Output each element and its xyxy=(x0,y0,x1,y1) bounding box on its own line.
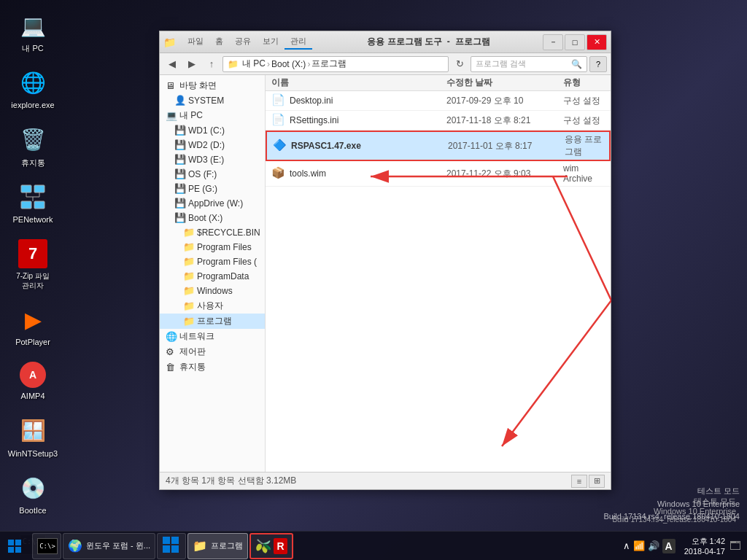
sidebar-item-users[interactable]: 📁 사용자 xyxy=(160,298,265,314)
tray-icon-ime[interactable]: A xyxy=(662,539,676,553)
file-item-rsettings[interactable]: 📄 RSettings.ini 2017-11-18 오후 8:21 구성 설정 xyxy=(266,111,611,131)
sidebar-label-mypc: 내 PC xyxy=(179,109,203,122)
file-type-rsettings: 구성 설정 xyxy=(563,114,605,127)
file-item-desktop-ini[interactable]: 📄 Desktop.ini 2017-09-29 오후 10 구성 설정 xyxy=(266,91,611,111)
forward-button[interactable]: ▶ xyxy=(183,55,201,73)
desktop-icon-potplayer[interactable]: ▶ PotPlayer xyxy=(4,301,62,351)
sidebar-item-wd3[interactable]: 💾 WD3 (E:) xyxy=(160,152,265,167)
ribbon-tab-file[interactable]: 파일 xyxy=(182,34,209,50)
taskbar-rspasc[interactable]: 🫒 R xyxy=(249,533,293,559)
maximize-button[interactable]: □ xyxy=(565,34,585,50)
taskbar-cmd[interactable]: C:\> xyxy=(32,533,61,559)
sidebar-label-appdrive: AppDrive (W:) xyxy=(188,198,243,209)
ribbon-tab-home[interactable]: 홈 xyxy=(209,34,229,50)
desktop-icon-aimp[interactable]: A AIMP4 xyxy=(4,358,62,405)
mypc-tree-icon: 💻 xyxy=(166,110,177,122)
recycle-tree-icon: 📁 xyxy=(183,227,195,238)
sidebar-item-boot[interactable]: 💾 Boot (X:) xyxy=(160,211,265,225)
svg-rect-15 xyxy=(8,547,14,553)
sidebar-item-wd2[interactable]: 💾 WD2 (D:) xyxy=(160,138,265,152)
search-box[interactable]: 프로그램 검색 🔍 xyxy=(471,56,587,72)
minimize-button[interactable]: － xyxy=(543,34,563,50)
wd3-icon: 💾 xyxy=(174,154,186,166)
taskbar-program[interactable]: 📁 프로그램 xyxy=(187,533,248,559)
help-button[interactable]: ? xyxy=(589,56,607,72)
col-date[interactable]: 수정한 날짜 xyxy=(446,77,563,89)
os-icon: 💾 xyxy=(174,168,186,180)
potplayer-icon: ▶ xyxy=(18,305,47,334)
file-item-rspasc[interactable]: 🔷 RSPASC1.47.exe 2017-11-01 오후 8:17 응용 프… xyxy=(266,131,611,161)
clock-area[interactable]: 오후 1:42 2018-04-17 xyxy=(684,536,725,556)
penetwork-label: PENetwork xyxy=(12,214,53,225)
network-icon: 🌐 xyxy=(166,331,177,343)
sidebar-tree: 🖥 바탕 화면 👤 SYSTEM 💻 내 PC 💾 WD1 (C:) 💾 xyxy=(160,75,266,472)
details-view-button[interactable]: ≡ xyxy=(571,475,587,488)
desktop-icon-recycle[interactable]: 🗑️ 휴지통 xyxy=(4,122,62,171)
sidebar-item-windows[interactable]: 📁 Windows xyxy=(160,284,265,298)
users-icon: 📁 xyxy=(183,300,195,312)
col-type[interactable]: 유형 xyxy=(563,77,605,89)
tray-icon-network[interactable]: 📶 xyxy=(633,540,645,551)
taskbar-tray: ∧ 📶 🔊 A 오후 1:42 2018-04-17 🗔 xyxy=(617,532,747,561)
taskbar-forum-icon: 🌍 xyxy=(68,539,82,553)
iexplore-icon: 🌐 xyxy=(18,68,47,97)
sidebar-item-os[interactable]: 💾 OS (F:) xyxy=(160,167,265,182)
sidebar-item-wd1[interactable]: 💾 WD1 (C:) xyxy=(160,123,265,138)
desktop-icon-bootice[interactable]: 💿 BootIce xyxy=(4,470,62,519)
notification-button[interactable]: 🗔 xyxy=(729,540,741,553)
taskbar-windows[interactable] xyxy=(157,533,186,559)
file-name-tools: tools.wim xyxy=(290,168,446,179)
system-tree-icon: 👤 xyxy=(174,95,186,106)
sidebar-label-system: SYSTEM xyxy=(188,96,224,106)
taskbar-forum-label: 윈도우 포럼 - 윈... xyxy=(86,540,150,551)
up-button[interactable]: ↑ xyxy=(203,55,220,73)
sidebar-item-network[interactable]: 🌐 네트워크 xyxy=(160,329,265,344)
ribbon-tab-manage[interactable]: 관리 xyxy=(285,34,312,50)
clock-time: 오후 1:42 xyxy=(692,536,725,547)
refresh-button[interactable]: ↻ xyxy=(451,55,468,73)
sidebar-item-programdata[interactable]: 📁 ProgramData xyxy=(160,269,265,284)
sidebar-label-wd3: WD3 (E:) xyxy=(188,155,224,165)
address-bar[interactable]: 📁 내 PC › Boot (X:) › 프로그램 xyxy=(222,56,449,72)
sidebar-item-program[interactable]: 📁 프로그램 xyxy=(160,314,265,329)
ini-file-icon: 📄 xyxy=(271,93,286,108)
start-button[interactable] xyxy=(0,532,29,561)
sidebar-item-programfiles2[interactable]: 📁 Program Files ( xyxy=(160,254,265,269)
tray-icon-speaker[interactable]: 🔊 xyxy=(648,540,659,551)
tools-file-icon: 📦 xyxy=(271,166,286,181)
sidebar-item-mypc[interactable]: 💻 내 PC xyxy=(160,108,265,123)
close-button[interactable]: ✕ xyxy=(587,34,607,50)
7zip-label: 7-Zip 파일관리자 xyxy=(16,271,50,290)
sidebar-label-controlpanel: 제어판 xyxy=(179,346,206,358)
file-item-tools[interactable]: 📦 tools.wim 2017-11-22 오후 9:03 wim Archi… xyxy=(266,161,611,187)
desktop-icon-penetwork[interactable]: PENetwork xyxy=(4,179,62,228)
my-pc-label: 내 PC xyxy=(22,43,43,53)
col-name[interactable]: 이름 xyxy=(271,77,446,89)
title-bar-left: 📁 파일 홈 공유 보기 관리 응용 프로그램 도구 - 프로그램 xyxy=(163,34,543,50)
desktop-icon-7zip[interactable]: 7 7-Zip 파일관리자 xyxy=(4,236,62,294)
back-button[interactable]: ◀ xyxy=(163,55,181,73)
desktop-icon-winntsetup[interactable]: 🪟 WinNTSetup3 xyxy=(4,413,62,462)
sidebar-item-desktop[interactable]: 🖥 바탕 화면 xyxy=(160,78,265,93)
tray-icon-chevron[interactable]: ∧ xyxy=(623,540,630,551)
desktop-icon-my-pc[interactable]: 💻 내 PC xyxy=(4,7,62,57)
wd2-icon: 💾 xyxy=(174,139,186,151)
taskbar-forum[interactable]: 🌍 윈도우 포럼 - 윈... xyxy=(63,533,155,559)
potplayer-label: PotPlayer xyxy=(15,337,50,347)
tiles-view-button[interactable]: ⊞ xyxy=(589,475,605,488)
bootice-label: BootIce xyxy=(19,505,46,516)
sidebar-item-controlpanel[interactable]: ⚙ 제어판 xyxy=(160,344,265,359)
winntsetup-icon: 🪟 xyxy=(18,416,47,446)
file-date-rsettings: 2017-11-18 오후 8:21 xyxy=(446,114,563,127)
sidebar-item-recycle[interactable]: 📁 $RECYCLE.BIN xyxy=(160,225,265,240)
ribbon-tab-view[interactable]: 보기 xyxy=(257,34,285,50)
desktop-icon-iexplore[interactable]: 🌐 iexplore.exe xyxy=(4,64,62,114)
sidebar-item-programfiles[interactable]: 📁 Program Files xyxy=(160,240,265,254)
sidebar-item-trash[interactable]: 🗑 휴지통 xyxy=(160,359,265,375)
sidebar-item-appdrive[interactable]: 💾 AppDrive (W:) xyxy=(160,196,265,211)
sidebar-item-pe[interactable]: 💾 PE (G:) xyxy=(160,182,265,196)
sidebar-item-system[interactable]: 👤 SYSTEM xyxy=(160,93,265,108)
ribbon-tab-share[interactable]: 공유 xyxy=(229,34,257,50)
programfiles2-icon: 📁 xyxy=(183,256,195,268)
wd1-icon: 💾 xyxy=(174,125,186,136)
